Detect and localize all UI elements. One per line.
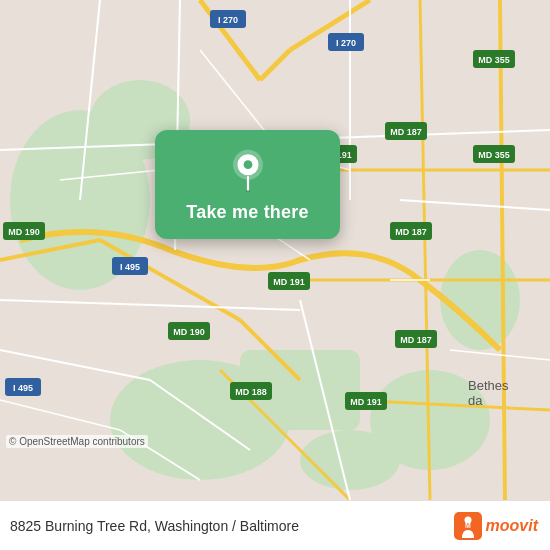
svg-point-72	[246, 189, 250, 192]
svg-point-71	[243, 160, 252, 169]
svg-point-7	[300, 430, 400, 490]
map-svg: I 270 I 270 I 495 I 495 MD 355 MD 355 MD…	[0, 0, 550, 500]
copyright-text: © OpenStreetMap contributors	[6, 435, 148, 448]
moovit-logo: M moovit	[454, 512, 538, 540]
location-pin-icon	[226, 148, 270, 192]
svg-text:da: da	[468, 393, 483, 408]
svg-text:MD 187: MD 187	[395, 227, 427, 237]
svg-text:MD 355: MD 355	[478, 55, 510, 65]
svg-text:MD 191: MD 191	[350, 397, 382, 407]
svg-text:I 495: I 495	[13, 383, 33, 393]
moovit-icon: M	[454, 512, 482, 540]
map-container: I 270 I 270 I 495 I 495 MD 355 MD 355 MD…	[0, 0, 550, 500]
svg-text:MD 187: MD 187	[390, 127, 422, 137]
svg-text:MD 188: MD 188	[235, 387, 267, 397]
svg-text:M: M	[465, 522, 471, 529]
take-me-there-popup[interactable]: Take me there	[155, 130, 340, 239]
svg-text:MD 187: MD 187	[400, 335, 432, 345]
svg-point-6	[440, 250, 520, 350]
svg-text:I 270: I 270	[336, 38, 356, 48]
popup-label: Take me there	[186, 202, 308, 223]
svg-text:I 270: I 270	[218, 15, 238, 25]
moovit-wordmark: moovit	[486, 517, 538, 535]
svg-text:Bethes: Bethes	[468, 378, 509, 393]
svg-text:MD 191: MD 191	[273, 277, 305, 287]
bottom-bar: 8825 Burning Tree Rd, Washington / Balti…	[0, 500, 550, 550]
address-text: 8825 Burning Tree Rd, Washington / Balti…	[10, 518, 299, 534]
svg-text:MD 355: MD 355	[478, 150, 510, 160]
svg-text:MD 190: MD 190	[173, 327, 205, 337]
svg-text:I 495: I 495	[120, 262, 140, 272]
svg-text:MD 190: MD 190	[8, 227, 40, 237]
